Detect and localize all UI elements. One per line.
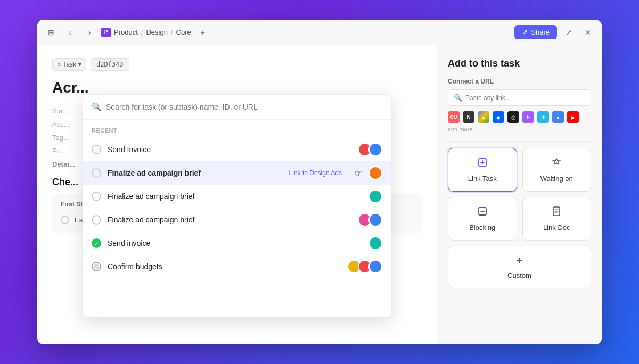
avatar-group: [368, 166, 382, 180]
url-input[interactable]: [465, 94, 585, 102]
sidebar-toggle-button[interactable]: ⊞: [44, 25, 59, 40]
item-status-icon: [92, 168, 101, 178]
task-id-badge: d2Df34D: [91, 58, 129, 71]
search-icon: 🔍: [454, 94, 462, 102]
expand-button[interactable]: ⤢: [561, 25, 576, 40]
more-apps-label: and more: [448, 126, 472, 133]
waiting-on-card[interactable]: Waiting on: [522, 148, 592, 192]
avatar: [368, 260, 382, 274]
chrome-app-icon[interactable]: ●: [552, 111, 564, 123]
link-task-card[interactable]: Link Task: [448, 148, 517, 192]
main-content: ○ Task ▾ d2Df34D Acr... Sta... Ass... Ta…: [37, 45, 602, 344]
nav-back-button[interactable]: ‹: [63, 25, 78, 40]
list-item[interactable]: Finalize ad campaign brief: [83, 185, 391, 208]
action-grid: Link Task Waiting on: [448, 148, 591, 288]
blocking-card[interactable]: Blocking: [448, 197, 517, 241]
breadcrumb-design[interactable]: Design: [146, 28, 167, 36]
link-doc-card[interactable]: Link Doc: [522, 197, 592, 241]
link-task-label: Link Task: [468, 175, 497, 183]
share-button[interactable]: ↗ Share: [514, 25, 557, 39]
breadcrumb-sep-1: /: [141, 28, 143, 36]
avatar: [368, 143, 382, 156]
waiting-on-label: Waiting on: [540, 175, 573, 183]
custom-card[interactable]: + Custom: [448, 246, 591, 288]
custom-label: Custom: [507, 271, 531, 279]
item-name: Confirm budgets: [108, 262, 341, 271]
avatar-group: [368, 189, 382, 203]
search-icon: 🔍: [92, 102, 102, 112]
blocking-icon: [477, 206, 488, 219]
github-app-icon[interactable]: ◎: [507, 111, 519, 123]
right-panel: Add to this task Connect a URL 🔍 CU N ▲ …: [437, 45, 602, 344]
search-input[interactable]: [106, 103, 382, 111]
avatar-group: [347, 260, 382, 274]
left-panel: ○ Task ▾ d2Df34D Acr... Sta... Ass... Ta…: [37, 45, 437, 344]
chevron-down-icon: ▾: [78, 61, 81, 68]
breadcrumb-core[interactable]: Core: [176, 28, 191, 36]
waiting-on-icon: [551, 157, 562, 170]
link-badge: Link to Design Ads: [285, 168, 346, 178]
titlebar-right: ↗ Share ⤢ ✕: [514, 25, 595, 40]
avatar-group: [358, 143, 382, 156]
search-row: 🔍: [83, 95, 391, 120]
task-type-label: Task: [63, 61, 76, 68]
notion-app-icon[interactable]: N: [463, 111, 474, 123]
app-window: ⊞ ‹ › P Product / Design / Core + ↗ Shar…: [37, 20, 602, 344]
item-status-icon: [92, 215, 101, 225]
panel-title: Add to this task: [448, 58, 591, 69]
avatar: [368, 189, 382, 203]
add-tab-button[interactable]: +: [195, 25, 210, 40]
link-task-icon: [477, 157, 488, 170]
clickup-app-icon[interactable]: CU: [448, 111, 460, 123]
custom-icon: +: [517, 255, 523, 267]
avatar-group: [368, 236, 382, 250]
item-status-icon: [92, 262, 101, 271]
list-item[interactable]: Confirm budgets: [83, 255, 391, 278]
titlebar-left: ⊞ ‹ › P Product / Design / Core +: [44, 25, 210, 40]
nav-forward-button[interactable]: ›: [82, 25, 97, 40]
item-name: Send invoice: [108, 239, 362, 247]
project-icon: P: [101, 28, 111, 37]
share-label: Share: [531, 28, 550, 36]
item-status-icon: ✓: [92, 238, 101, 248]
divider: [448, 141, 591, 142]
list-item[interactable]: Finalize ad campaign brief Link to Desig…: [83, 161, 391, 185]
breadcrumb: P Product / Design / Core: [101, 28, 191, 37]
dropbox-app-icon[interactable]: ◆: [493, 111, 504, 123]
link-doc-label: Link Doc: [543, 224, 570, 231]
item-name: Finalize ad campaign brief: [108, 216, 351, 224]
avatar: [368, 166, 382, 180]
item-name: Finalize ad campaign brief: [108, 192, 362, 201]
item-status-icon: [92, 145, 101, 154]
blocking-label: Blocking: [469, 224, 495, 231]
list-item[interactable]: ✓ Send invoice: [83, 231, 391, 255]
avatar: [368, 213, 382, 227]
item-name: Finalize ad campaign brief: [108, 169, 278, 177]
link-doc-icon: [551, 206, 562, 219]
task-meta: ○ Task ▾ d2Df34D: [52, 58, 422, 71]
section-recent-label: Recent: [83, 125, 391, 138]
item-name: Send Invoice: [108, 145, 351, 154]
share-icon: ↗: [522, 28, 528, 36]
search-dropdown-overlay: 🔍 Recent Send Invoice: [37, 94, 437, 344]
cursor-icon: ☞: [355, 168, 362, 178]
breadcrumb-sep-2: /: [171, 28, 173, 36]
drive-app-icon[interactable]: ▲: [478, 111, 489, 123]
avatar-group: [358, 213, 382, 227]
figma-app-icon[interactable]: F: [522, 111, 534, 123]
dropdown-section: Recent Send Invoice: [83, 120, 391, 284]
youtube-app-icon[interactable]: ▶: [567, 111, 579, 123]
list-item[interactable]: Send Invoice: [83, 138, 391, 161]
connect-url-label: Connect a URL: [448, 78, 591, 85]
task-icon: ○: [57, 61, 61, 68]
breadcrumb-product[interactable]: Product: [114, 28, 138, 36]
close-button[interactable]: ✕: [580, 25, 595, 40]
item-status-icon: [92, 192, 101, 201]
titlebar: ⊞ ‹ › P Product / Design / Core + ↗ Shar…: [37, 20, 602, 45]
app-icons-row: CU N ▲ ◆ ◎ F ❄ ● ▶ and more: [448, 111, 591, 133]
url-input-row: 🔍: [448, 89, 591, 106]
list-item[interactable]: Finalize ad campaign brief: [83, 208, 391, 231]
snowflake-app-icon[interactable]: ❄: [537, 111, 549, 123]
search-dropdown: 🔍 Recent Send Invoice: [83, 94, 391, 318]
task-type-badge[interactable]: ○ Task ▾: [52, 58, 86, 71]
